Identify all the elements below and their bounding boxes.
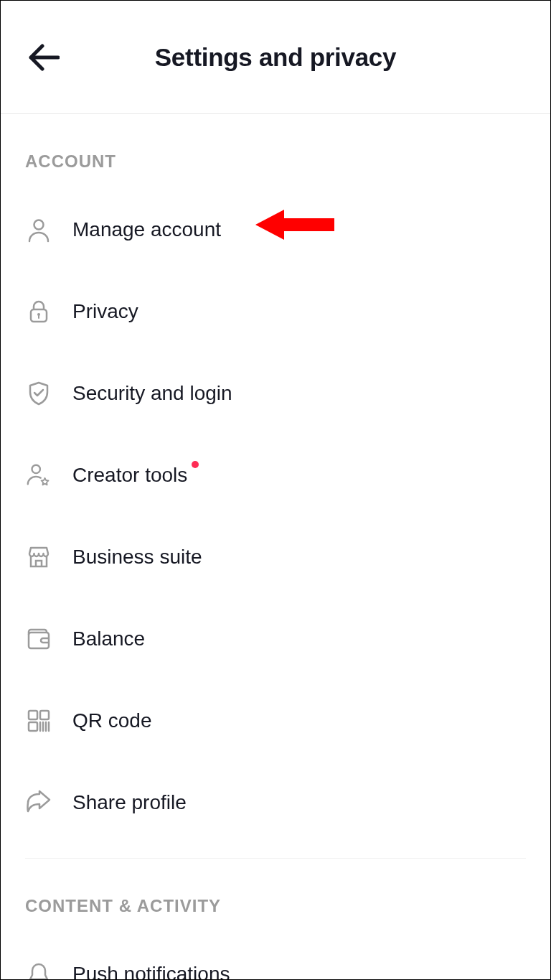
storefront-icon <box>25 543 52 571</box>
svg-point-0 <box>34 220 44 230</box>
lock-icon <box>25 298 52 325</box>
svg-rect-7 <box>29 722 37 731</box>
menu-label: Push notifications <box>72 963 230 980</box>
menu-label: Share profile <box>72 791 187 814</box>
person-icon <box>25 216 52 243</box>
svg-point-3 <box>32 465 40 473</box>
menu-item-share-profile[interactable]: Share profile <box>25 762 526 844</box>
menu-item-manage-account[interactable]: Manage account <box>25 189 526 271</box>
menu-label: Manage account <box>72 218 221 241</box>
svg-rect-6 <box>40 711 49 719</box>
share-icon <box>25 789 52 816</box>
menu-item-privacy[interactable]: Privacy <box>25 271 526 353</box>
person-star-icon <box>25 462 52 489</box>
menu-label: Privacy <box>72 300 138 323</box>
menu-label: Balance <box>72 627 145 650</box>
menu-label: Business suite <box>72 546 202 569</box>
menu-label: Security and login <box>72 382 232 405</box>
menu-label: Creator tools <box>72 464 187 487</box>
shield-icon <box>25 380 52 407</box>
bell-icon <box>25 961 52 980</box>
menu-label: QR code <box>72 709 152 732</box>
menu-label-text: Creator tools <box>72 464 187 486</box>
section-header-account: ACCOUNT <box>25 114 526 189</box>
svg-rect-5 <box>29 711 37 719</box>
menu-item-push-notifications[interactable]: Push notifications <box>25 933 526 980</box>
menu-item-qr-code[interactable]: QR code <box>25 680 526 762</box>
qr-code-icon <box>25 707 52 734</box>
back-button[interactable] <box>25 39 62 76</box>
svg-rect-4 <box>29 633 49 648</box>
menu-item-business-suite[interactable]: Business suite <box>25 516 526 598</box>
notification-dot <box>192 461 199 468</box>
arrow-left-icon <box>28 42 60 73</box>
page-title: Settings and privacy <box>1 43 550 72</box>
menu-item-security[interactable]: Security and login <box>25 353 526 434</box>
section-header-content-activity: CONTENT & ACTIVITY <box>25 859 526 933</box>
menu-item-balance[interactable]: Balance <box>25 598 526 680</box>
menu-item-creator-tools[interactable]: Creator tools <box>25 434 526 516</box>
wallet-icon <box>25 625 52 653</box>
settings-content: ACCOUNT Manage account Privacy <box>1 114 550 980</box>
header: Settings and privacy <box>1 1 550 114</box>
